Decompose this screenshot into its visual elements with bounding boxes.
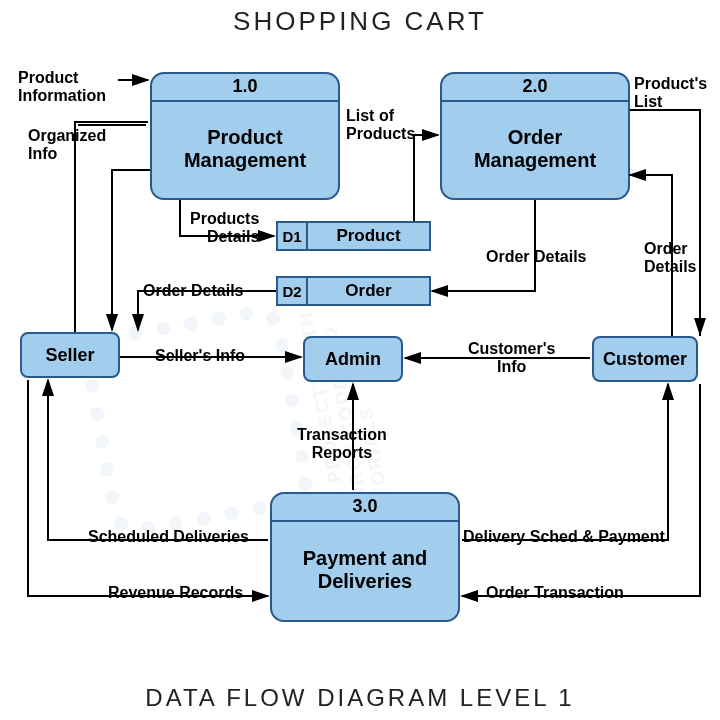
flow-scheduled-deliveries: Scheduled Deliveries (88, 528, 249, 546)
flow-transaction-reports: Transaction Reports (297, 426, 387, 461)
diagram-footer: DATA FLOW DIAGRAM LEVEL 1 (0, 684, 720, 712)
process-name: Product Management (152, 102, 338, 196)
flow-order-details-left: Order Details (143, 282, 243, 300)
flow-list-of-products: List of Products (346, 107, 415, 142)
diagram-title: SHOPPING CART (0, 6, 720, 37)
entity-seller: Seller (20, 332, 120, 378)
flow-delivery-sched-payment: Delivery Sched & Payment (463, 528, 665, 546)
process-payment-deliveries: 3.0 Payment and Deliveries (270, 492, 460, 622)
flow-product-information: Product Information (18, 69, 106, 104)
process-name: Payment and Deliveries (272, 522, 458, 618)
flow-products-details: Products Details (190, 210, 259, 245)
process-name: Order Management (442, 102, 628, 196)
flow-revenue-records: Revenue Records (108, 584, 243, 602)
process-id: 3.0 (272, 494, 458, 522)
entity-admin: Admin (303, 336, 403, 382)
flow-sellers-info: Seller's Info (155, 347, 245, 365)
flow-order-details-right: Order Details (486, 248, 586, 266)
process-id: 1.0 (152, 74, 338, 102)
flow-order-transaction: Order Transaction (486, 584, 624, 602)
entity-customer: Customer (592, 336, 698, 382)
process-order-management: 2.0 Order Management (440, 72, 630, 200)
datastore-name: Order (308, 278, 429, 304)
flow-customers-info: Customer's Info (468, 340, 555, 375)
flow-products-list: Product's List (634, 75, 707, 110)
flow-organized-info: Organized Info (28, 127, 106, 162)
datastore-id: D1 (278, 223, 308, 249)
flow-order-details-far-right: Order Details (644, 240, 696, 275)
datastore-product: D1 Product (276, 221, 431, 251)
datastore-id: D2 (278, 278, 308, 304)
process-id: 2.0 (442, 74, 628, 102)
datastore-order: D2 Order (276, 276, 431, 306)
datastore-name: Product (308, 223, 429, 249)
process-product-management: 1.0 Product Management (150, 72, 340, 200)
